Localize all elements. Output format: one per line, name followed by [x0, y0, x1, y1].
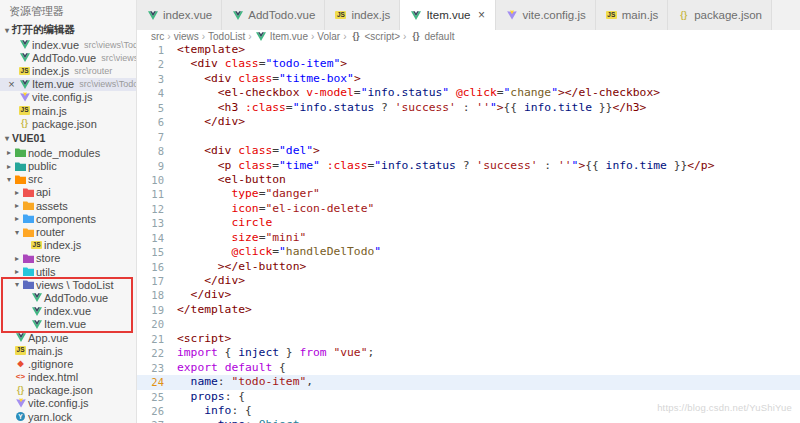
tree-item-views-todolist[interactable]: ▾views \ TodoList	[0, 278, 136, 291]
code-line[interactable]: 23export default {	[137, 361, 800, 375]
project-header[interactable]: ▾ VUE01	[0, 130, 136, 146]
open-editors-header[interactable]: ▾ 打开的编辑器	[0, 22, 136, 38]
code-line[interactable]: 25 props: {	[137, 390, 800, 404]
tree-item-main-js[interactable]: JSmain.js	[0, 344, 136, 357]
code-line[interactable]: 14 size="mini"	[137, 231, 800, 245]
tree-item-addtodo-vue[interactable]: AddTodo.vue	[0, 291, 136, 304]
code-text: </div>	[177, 115, 245, 129]
line-number: 5	[137, 101, 177, 115]
breadcrumb-item-default[interactable]: {}default	[409, 31, 454, 42]
code-line[interactable]: 27 type: Object,	[137, 418, 800, 423]
tab-label: index.vue	[163, 9, 212, 21]
code-line[interactable]: 24 name: "todo-item",	[137, 375, 800, 389]
chevron-down-icon[interactable]: ▾	[12, 280, 22, 289]
code-text: ></el-button>	[177, 260, 306, 274]
code-line[interactable]: 17 </div>	[137, 274, 800, 288]
close-icon[interactable]: ×	[5, 78, 18, 90]
open-editor-package-json[interactable]: {}package.json	[0, 117, 136, 130]
code-line[interactable]: 4 <el-checkbox v-model="info.status" @cl…	[137, 86, 800, 100]
chevron-right-icon[interactable]: ▸	[4, 148, 14, 157]
code-text: @click="handleDelTodo"	[177, 245, 381, 259]
open-editor-index-js[interactable]: JSindex.jssrc\router	[0, 64, 136, 77]
code-line[interactable]: 22import { inject } from "vue";	[137, 346, 800, 360]
chevron-right-icon[interactable]: ▸	[12, 188, 22, 197]
breadcrumb-label: src	[151, 31, 164, 42]
chevron-right-icon[interactable]: ▸	[12, 254, 22, 263]
tab-addtodo-vue[interactable]: AddTodo.vue	[222, 0, 325, 30]
chevron-right-icon[interactable]: ▸	[12, 201, 22, 210]
tree-item-index-js[interactable]: JSindex.js	[0, 239, 136, 252]
close-icon[interactable]: ×	[476, 8, 486, 22]
open-editor-vite-config-js[interactable]: vite.config.js	[0, 91, 136, 104]
file-name: node_modules	[28, 147, 100, 159]
tree-item-app-vue[interactable]: App.vue	[0, 331, 136, 344]
open-editor-main-js[interactable]: JSmain.js	[0, 104, 136, 117]
tree-item-public[interactable]: ▸public	[0, 160, 136, 173]
chevron-right-icon[interactable]: ▸	[4, 162, 14, 171]
chevron-down-icon[interactable]: ▾	[12, 228, 22, 237]
tree-item-gitignore[interactable]: ◆.gitignore	[0, 357, 136, 370]
code-line[interactable]: 8 <div class="del">	[137, 144, 800, 158]
breadcrumb-item-views[interactable]: views	[174, 31, 199, 42]
code-line[interactable]: 1<template>	[137, 43, 800, 57]
chevron-down-icon[interactable]: ▾	[4, 175, 14, 184]
tree-item-package-json[interactable]: {}package.json	[0, 384, 136, 397]
tree-item-components[interactable]: ▸components	[0, 212, 136, 225]
code-line[interactable]: 6 </div>	[137, 115, 800, 129]
tab-index-vue[interactable]: index.vue	[137, 0, 222, 30]
tab-main-js[interactable]: JSmain.js	[596, 0, 668, 30]
code-text: <script>	[177, 332, 231, 346]
tree-item-item-vue[interactable]: Item.vue	[0, 318, 136, 331]
code-line[interactable]: 16 ></el-button>	[137, 260, 800, 274]
open-editor-item-vue[interactable]: ×Item.vuesrc\views\TodoList	[0, 78, 136, 91]
tree-item-api[interactable]: ▸api	[0, 186, 136, 199]
code-line[interactable]: 12 icon="el-icon-delete"	[137, 202, 800, 216]
code-line[interactable]: 7	[137, 130, 800, 144]
tab-package-json[interactable]: {}package.json	[668, 0, 772, 30]
code-line[interactable]: 9 <p class="time" :class="info.status ? …	[137, 159, 800, 173]
code-line[interactable]: 20	[137, 317, 800, 331]
code-line[interactable]: 15 @click="handleDelTodo"	[137, 245, 800, 259]
tree-item-store[interactable]: ▸store	[0, 252, 136, 265]
tree-item-index-html[interactable]: <>index.html	[0, 371, 136, 384]
tree-item-vite-config-js[interactable]: vite.config.js	[0, 397, 136, 410]
editor-column: index.vueAddTodo.vueJSindex.jsItem.vue×v…	[137, 0, 800, 423]
tab-vite-config-js[interactable]: vite.config.js	[496, 0, 595, 30]
chevron-right-icon[interactable]: ▸	[12, 214, 22, 223]
tab-label: vite.config.js	[522, 9, 585, 21]
breadcrumb-item-script[interactable]: {}<script>	[349, 31, 400, 42]
breadcrumb-item-todolist[interactable]: TodoList	[208, 31, 245, 42]
code-text: <p class="time" :class="info.status ? 's…	[177, 159, 714, 173]
html-icon: <>	[14, 373, 27, 381]
tree-item-yarn-lock[interactable]: Yyarn.lock	[0, 410, 136, 423]
code-editor[interactable]: 1<template>2 <div class="todo-item">3 <d…	[137, 43, 800, 423]
code-line[interactable]: 3 <div class="titme-box">	[137, 72, 800, 86]
breadcrumb-item-src[interactable]: src	[151, 31, 164, 42]
code-line[interactable]: 13 circle	[137, 216, 800, 230]
tab-index-js[interactable]: JSindex.js	[325, 0, 400, 30]
code-text: <el-checkbox v-model="info.status" @clic…	[177, 86, 660, 100]
file-name: index.js	[32, 65, 69, 77]
tree-item-assets[interactable]: ▸assets	[0, 199, 136, 212]
open-editor-addtodo-vue[interactable]: AddTodo.vuesrc\views\To...	[0, 51, 136, 64]
open-editor-index-vue[interactable]: index.vuesrc\views\TodoList	[0, 38, 136, 51]
code-line[interactable]: 26 info: {	[137, 404, 800, 418]
code-line[interactable]: 19</template>	[137, 303, 800, 317]
tree-item-src[interactable]: ▾src	[0, 173, 136, 186]
tab-item-vue[interactable]: Item.vue×	[400, 0, 496, 30]
code-line[interactable]: 21<script>	[137, 332, 800, 346]
line-number: 6	[137, 115, 177, 129]
code-line[interactable]: 5 <h3 :class="info.status ? 'success' : …	[137, 101, 800, 115]
tree-item-utils[interactable]: ▸utils	[0, 265, 136, 278]
breadcrumb-item-item-vue[interactable]: Item.vue	[255, 31, 308, 42]
code-line[interactable]: 11 type="danger"	[137, 187, 800, 201]
breadcrumb-item-volar[interactable]: Volar	[317, 31, 340, 42]
code-line[interactable]: 2 <div class="todo-item">	[137, 57, 800, 71]
tree-item-router[interactable]: ▾router	[0, 225, 136, 238]
code-line[interactable]: 10 <el-button	[137, 173, 800, 187]
chevron-down-icon: ▾	[2, 134, 12, 143]
code-line[interactable]: 18 </div>	[137, 288, 800, 302]
tree-item-index-vue[interactable]: index.vue	[0, 305, 136, 318]
chevron-right-icon[interactable]: ▸	[12, 267, 22, 276]
tree-item-node-modules[interactable]: ▸node_modules	[0, 146, 136, 159]
